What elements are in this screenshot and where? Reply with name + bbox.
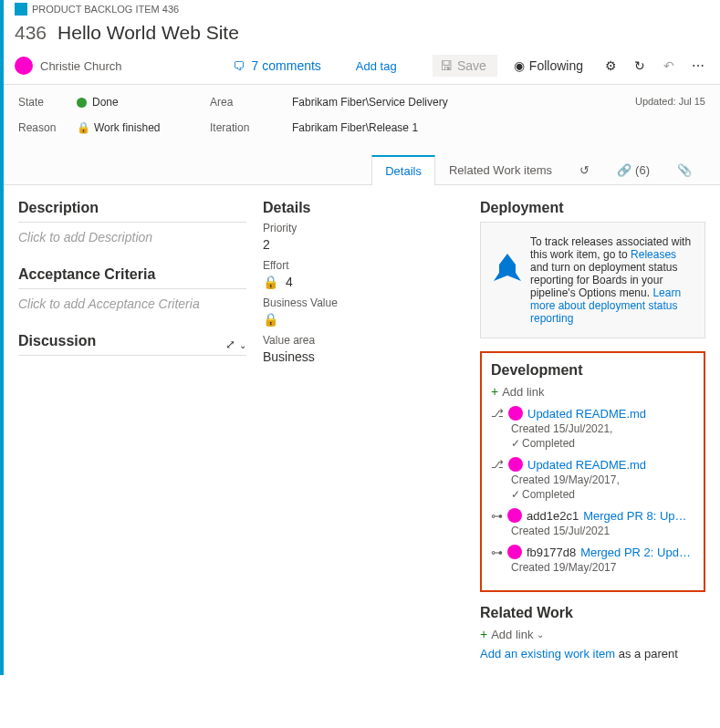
- dev-item: ⎇ Updated README.md Created 19/May/2017,…: [491, 457, 694, 501]
- save-button: 🖫 Save: [433, 55, 497, 77]
- reason-value[interactable]: Work finished: [94, 121, 160, 134]
- chevron-down-icon: ⌄: [239, 340, 246, 350]
- pull-request-icon: ⎇: [491, 407, 504, 420]
- acceptance-heading: Acceptance Criteria: [18, 266, 246, 283]
- priority-label: Priority: [263, 222, 464, 234]
- check-icon: ✓: [511, 437, 520, 450]
- pull-request-icon: ⎇: [491, 458, 504, 471]
- add-tag-button[interactable]: Add tag: [350, 57, 402, 75]
- tab-attachments[interactable]: 📎: [663, 154, 705, 184]
- discussion-heading: Discussion: [18, 333, 96, 349]
- more-actions-button[interactable]: ⋯: [687, 58, 709, 73]
- undo-icon: ↶: [663, 58, 674, 73]
- add-related-link-button[interactable]: + Add link ⌄: [480, 627, 705, 641]
- comments-count[interactable]: 7 comments: [252, 58, 321, 73]
- tab-details[interactable]: Details: [371, 155, 435, 185]
- description-placeholder[interactable]: Click to add Description: [18, 230, 246, 244]
- dev-item: ⎇ Updated README.md Created 15/Jul/2021,…: [491, 406, 694, 450]
- area-label: Area: [210, 96, 292, 109]
- plus-icon: +: [480, 627, 487, 641]
- related-work-heading: Related Work: [480, 605, 705, 621]
- add-existing-work-item-link[interactable]: Add an existing work item: [480, 647, 615, 660]
- follow-button[interactable]: ◉ Following: [505, 55, 592, 77]
- dev-item: ⊶ fb9177d8 Merged PR 2: Upd… Created 19/…: [491, 545, 694, 574]
- details-heading: Details: [263, 200, 464, 216]
- value-area-value[interactable]: Business: [263, 349, 464, 364]
- dev-date: Created 15/Jul/2021: [511, 525, 694, 537]
- eye-icon: ◉: [514, 58, 525, 73]
- effort-value[interactable]: 🔒4: [263, 275, 464, 289]
- state-value[interactable]: Done: [92, 96, 119, 109]
- rocket-icon: [494, 254, 521, 281]
- refresh-icon: ↻: [634, 58, 645, 73]
- work-item-id: 436: [15, 22, 47, 44]
- effort-label: Effort: [263, 259, 464, 272]
- author-avatar[interactable]: [507, 508, 522, 523]
- lock-icon: 🔒: [263, 312, 278, 327]
- commit-hash: fb9177d8: [527, 546, 576, 559]
- history-icon: ↺: [579, 163, 590, 177]
- tab-related-work-items[interactable]: Related Work items: [435, 154, 566, 184]
- deployment-info-box: To track releases associated with this w…: [480, 222, 705, 338]
- ellipsis-icon: ⋯: [692, 58, 704, 73]
- author-avatar[interactable]: [508, 457, 523, 472]
- business-value-value[interactable]: 🔒: [263, 312, 464, 327]
- commit-icon: ⊶: [491, 509, 503, 523]
- description-heading: Description: [18, 200, 246, 216]
- comments-icon[interactable]: 🗨: [233, 59, 245, 73]
- dev-link[interactable]: Merged PR 2: Upd…: [580, 546, 691, 559]
- plus-icon: +: [491, 384, 498, 399]
- dev-link[interactable]: Updated README.md: [527, 407, 646, 421]
- commit-hash: add1e2c1: [527, 509, 579, 523]
- state-label: State: [18, 96, 64, 109]
- add-dev-link-button[interactable]: + Add link: [491, 384, 694, 399]
- chevron-down-icon: ⌄: [537, 629, 544, 640]
- work-item-title[interactable]: Hello World Web Site: [57, 22, 239, 44]
- dev-date: Created 19/May/2017,: [511, 473, 694, 486]
- lock-icon: 🔒: [77, 121, 90, 134]
- dev-status: ✓Completed: [511, 437, 694, 450]
- link-icon: 🔗: [617, 163, 631, 177]
- area-value[interactable]: Fabrikam Fiber\Service Delivery: [292, 96, 448, 109]
- refresh-button[interactable]: ↻: [629, 58, 651, 73]
- expand-icon: ⤢: [225, 338, 235, 351]
- business-value-label: Business Value: [263, 296, 464, 309]
- dev-item: ⊶ add1e2c1 Merged PR 8: Up… Created 15/J…: [491, 508, 694, 537]
- tab-links[interactable]: 🔗(6): [603, 154, 663, 184]
- dev-date: Created 15/Jul/2021,: [511, 422, 694, 435]
- assignee-avatar[interactable]: [15, 57, 33, 75]
- state-dot-icon: [77, 98, 87, 108]
- dev-link[interactable]: Merged PR 8: Up…: [583, 509, 686, 523]
- acceptance-placeholder[interactable]: Click to add Acceptance Criteria: [18, 296, 246, 311]
- deployment-heading: Deployment: [480, 200, 705, 216]
- updated-label: Updated: Jul 15: [635, 96, 705, 107]
- attachment-icon: 📎: [677, 163, 692, 177]
- tab-history[interactable]: ↺: [566, 154, 603, 184]
- check-icon: ✓: [511, 488, 520, 501]
- backlog-item-icon: [15, 3, 27, 16]
- author-avatar[interactable]: [508, 406, 523, 421]
- settings-button[interactable]: ⚙: [600, 58, 621, 73]
- discussion-controls[interactable]: ⤢ ⌄: [225, 338, 246, 351]
- reason-label: Reason: [18, 121, 64, 134]
- dev-status: ✓Completed: [511, 488, 694, 501]
- work-item-type-header: PRODUCT BACKLOG ITEM 436: [4, 0, 720, 18]
- priority-value[interactable]: 2: [263, 237, 464, 252]
- author-avatar[interactable]: [507, 545, 522, 559]
- save-icon: 🖫: [440, 58, 453, 73]
- iteration-label: Iteration: [210, 121, 292, 134]
- development-heading: Development: [491, 362, 694, 379]
- value-area-label: Value area: [263, 334, 464, 347]
- assignee-name[interactable]: Christie Church: [40, 59, 122, 73]
- lock-icon: 🔒: [263, 275, 278, 289]
- dev-link[interactable]: Updated README.md: [527, 458, 646, 472]
- iteration-value[interactable]: Fabrikam Fiber\Release 1: [292, 121, 418, 134]
- commit-icon: ⊶: [491, 546, 503, 559]
- work-item-type-label: PRODUCT BACKLOG ITEM 436: [32, 4, 179, 15]
- gear-icon: ⚙: [605, 58, 617, 73]
- dev-date: Created 19/May/2017: [511, 561, 694, 574]
- releases-link[interactable]: Releases: [631, 248, 676, 261]
- undo-button[interactable]: ↶: [658, 58, 680, 73]
